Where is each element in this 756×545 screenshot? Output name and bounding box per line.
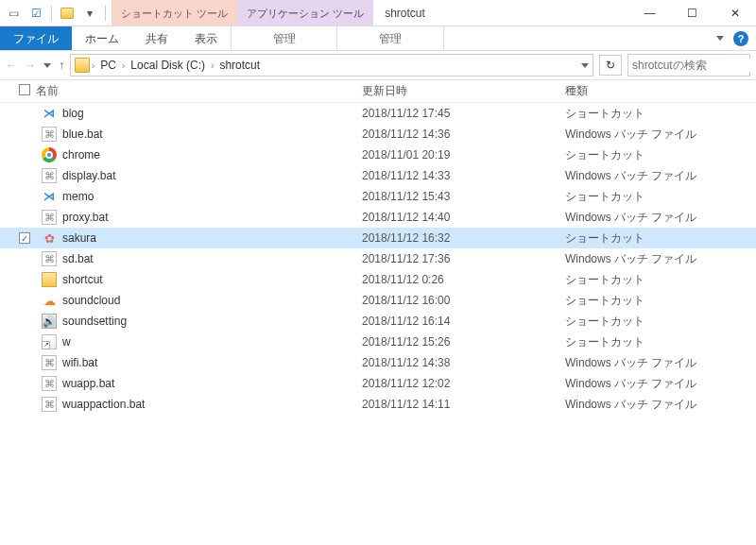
app-icon[interactable]: ▭ (4, 4, 23, 23)
column-header-type[interactable]: 種類 (565, 83, 756, 99)
file-name: shortcut (62, 273, 103, 286)
file-icon: ⌘ (42, 397, 57, 412)
row-checkbox[interactable]: ✓ (19, 232, 30, 244)
file-type: Windows バッチ ファイル (565, 355, 756, 371)
up-button[interactable]: ↑ (59, 59, 64, 72)
file-icon (42, 147, 57, 162)
address-bar-row: ← → ↑ › PC › Local Disk (C:) › shrotcut … (0, 51, 756, 80)
breadcrumb-dropdown[interactable] (581, 63, 589, 68)
folder-button[interactable] (58, 4, 77, 23)
table-row[interactable]: ☁soundcloud2018/11/12 16:00ショートカット (0, 290, 756, 311)
search-input[interactable] (632, 59, 756, 72)
file-date: 2018/11/12 14:38 (362, 356, 565, 369)
file-date: 2018/11/12 17:36 (362, 252, 565, 265)
forward-button[interactable]: → (25, 59, 36, 72)
select-all-checkbox[interactable] (19, 84, 30, 95)
context-tab-application-tools[interactable]: アプリケーション ツール (237, 0, 373, 26)
file-name: sd.bat (62, 252, 94, 265)
breadcrumb[interactable]: › PC › Local Disk (C:) › shrotcut (70, 54, 593, 77)
breadcrumb-item[interactable]: PC (96, 59, 120, 72)
breadcrumb-item[interactable]: shrotcut (215, 59, 264, 72)
file-type: Windows バッチ ファイル (565, 210, 756, 226)
column-header-date[interactable]: 更新日時 (362, 83, 565, 99)
maximize-button[interactable]: ☐ (671, 0, 713, 26)
back-button[interactable]: ← (6, 59, 17, 72)
table-row[interactable]: ⌘wifi.bat2018/11/12 14:38Windows バッチ ファイ… (0, 352, 756, 373)
ribbon-tab-manage-1[interactable]: 管理 (231, 26, 337, 50)
file-type: Windows バッチ ファイル (565, 168, 756, 184)
table-row[interactable]: ⋊blog2018/11/12 17:45ショートカット (0, 103, 756, 124)
file-date: 2018/11/12 16:32 (362, 231, 565, 245)
ribbon-tab-view[interactable]: 表示 (181, 26, 231, 50)
table-row[interactable]: ⌘blue.bat2018/11/12 14:36Windows バッチ ファイ… (0, 124, 756, 145)
help-icon[interactable]: ? (733, 31, 748, 46)
column-header-name[interactable]: 名前 (36, 83, 362, 99)
file-date: 2018/11/12 14:33 (362, 169, 565, 182)
table-row[interactable]: ⌘sd.bat2018/11/12 17:36Windows バッチ ファイル (0, 248, 756, 269)
table-row[interactable]: ⌘proxy.bat2018/11/12 14:40Windows バッチ ファ… (0, 207, 756, 228)
file-icon: ⌘ (42, 355, 57, 370)
file-date: 2018/11/12 14:11 (362, 398, 565, 411)
ribbon-collapse-button[interactable] (716, 36, 724, 41)
file-icon: ⌘ (42, 376, 57, 391)
file-type: Windows バッチ ファイル (565, 127, 756, 143)
file-date: 2018/11/12 16:14 (362, 315, 565, 328)
refresh-button[interactable]: ↻ (599, 55, 622, 76)
file-type: ショートカット (565, 272, 756, 288)
file-name: memo (62, 190, 94, 203)
search-box[interactable]: 🔍 (627, 54, 750, 77)
file-name: soundsetting (62, 315, 127, 328)
nav-arrows: ← → ↑ (6, 59, 64, 72)
table-row[interactable]: shortcut2018/11/12 0:26ショートカット (0, 269, 756, 290)
close-button[interactable]: ✕ (713, 0, 756, 26)
file-name: sakura (62, 231, 96, 245)
chevron-right-icon[interactable]: › (122, 60, 125, 71)
ribbon-tab-manage-2[interactable]: 管理 (337, 26, 444, 50)
chevron-right-icon[interactable]: › (92, 60, 94, 71)
ribbon-tab-file[interactable]: ファイル (0, 26, 72, 50)
file-date: 2018/11/12 12:02 (362, 377, 565, 390)
file-name: proxy.bat (62, 211, 108, 224)
properties-button[interactable]: ☑ (26, 4, 45, 23)
file-type: Windows バッチ ファイル (565, 251, 756, 267)
file-type: Windows バッチ ファイル (565, 376, 756, 392)
breadcrumb-item[interactable]: Local Disk (C:) (127, 59, 209, 72)
table-row[interactable]: ⌘wuapp.bat2018/11/12 12:02Windows バッチ ファ… (0, 373, 756, 394)
minimize-button[interactable]: — (628, 0, 671, 26)
column-headers: 名前 更新日時 種類 (0, 80, 756, 103)
file-name: soundcloud (62, 294, 120, 307)
title-bar: ▭ ☑ ▾ ショートカット ツール アプリケーション ツール shrotcut … (0, 0, 756, 26)
file-icon: ⌘ (42, 168, 57, 183)
qat-dropdown[interactable]: ▾ (80, 4, 99, 23)
file-date: 2018/11/12 0:26 (362, 273, 565, 286)
file-date: 2018/11/12 14:40 (362, 211, 565, 224)
file-icon: 🔊 (42, 314, 57, 329)
file-date: 2018/11/12 15:43 (362, 190, 565, 203)
table-row[interactable]: chrome2018/11/01 20:19ショートカット (0, 145, 756, 165)
table-row[interactable]: w2018/11/12 15:26ショートカット (0, 332, 756, 352)
table-row[interactable]: ⌘display.bat2018/11/12 14:33Windows バッチ … (0, 165, 756, 186)
file-name: chrome (62, 148, 100, 162)
file-type: ショートカット (565, 293, 756, 309)
file-date: 2018/11/12 17:45 (362, 107, 565, 120)
file-type: ショートカット (565, 314, 756, 330)
file-type: Windows バッチ ファイル (565, 397, 756, 413)
file-icon: ✿ (42, 230, 57, 246)
history-dropdown[interactable] (43, 63, 51, 68)
ribbon-tab-share[interactable]: 共有 (132, 26, 181, 50)
table-row[interactable]: ✓✿sakura2018/11/12 16:32ショートカット (0, 228, 756, 248)
file-date: 2018/11/12 16:00 (362, 294, 565, 307)
file-date: 2018/11/12 14:36 (362, 128, 565, 141)
table-row[interactable]: ⋊memo2018/11/12 15:43ショートカット (0, 186, 756, 207)
chevron-right-icon[interactable]: › (211, 60, 214, 71)
folder-icon (75, 58, 90, 73)
ribbon-tab-home[interactable]: ホーム (72, 26, 132, 50)
context-tab-shortcut-tools[interactable]: ショートカット ツール (112, 0, 237, 26)
context-tabs: ショートカット ツール アプリケーション ツール (112, 0, 373, 26)
file-name: blue.bat (62, 128, 103, 141)
file-name: wuapp.bat (62, 377, 114, 390)
table-row[interactable]: ⌘wuappaction.bat2018/11/12 14:11Windows … (0, 394, 756, 415)
table-row[interactable]: 🔊soundsetting2018/11/12 16:14ショートカット (0, 311, 756, 332)
file-list[interactable]: ⋊blog2018/11/12 17:45ショートカット⌘blue.bat201… (0, 103, 756, 519)
ribbon: ファイル ホーム 共有 表示 管理 管理 ? (0, 26, 756, 51)
